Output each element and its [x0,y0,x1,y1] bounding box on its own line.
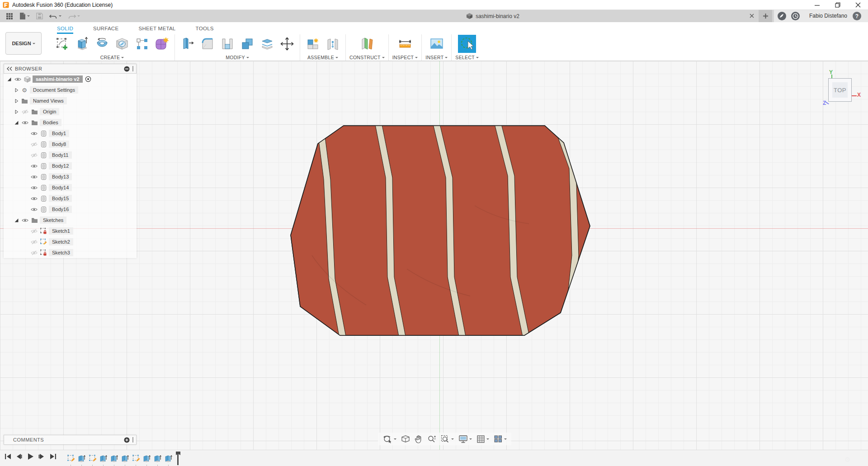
tab-solid[interactable]: SOLID [57,26,73,34]
extrude-button[interactable] [73,35,91,53]
panel-grip-handle[interactable] [132,437,133,442]
fillet-button[interactable] [198,35,217,53]
construction-plane-button[interactable] [358,35,376,53]
tab-tools[interactable]: TOOLS [196,26,214,34]
visibility-eye-off-icon[interactable] [29,151,39,159]
tree-row-body[interactable]: Body11 [4,150,137,160]
timeline-extrude-feature[interactable] [77,454,86,463]
joint-button[interactable] [324,35,342,53]
tree-row-sketches-folder[interactable]: Sketches [4,215,137,226]
tree-label[interactable]: Named Views [30,97,67,104]
select-group-label[interactable]: SELECT [455,55,479,60]
create-form-button[interactable] [153,35,171,53]
visibility-eye-off-icon[interactable] [29,141,39,148]
tree-label[interactable]: Document Settings [30,86,78,94]
expander-expanded-icon[interactable] [13,217,20,224]
restore-button[interactable] [827,0,848,10]
tree-row-origin[interactable]: Origin [4,106,137,117]
document-tab-close-button[interactable] [747,11,757,21]
tree-label[interactable]: Bodies [40,119,61,126]
tab-surface[interactable]: SURFACE [93,26,118,34]
minimize-panel-icon[interactable] [124,66,130,72]
tree-label[interactable]: Body8 [49,141,69,148]
tree-label[interactable]: Body12 [49,162,72,169]
view-cube[interactable]: Y TOP X Z [822,68,867,112]
undo-button[interactable] [47,11,64,22]
tree-label[interactable]: Body13 [49,173,72,180]
visibility-eye-off-icon[interactable] [29,249,39,256]
panel-grip-handle[interactable] [132,66,133,71]
revolve-button[interactable] [93,35,111,53]
grid-settings-button[interactable] [475,433,491,445]
rectangular-pattern-button[interactable] [133,35,151,53]
insert-canvas-button[interactable] [428,35,446,53]
tree-row-body[interactable]: Body1 [4,128,137,139]
activate-component-radio[interactable] [85,75,92,83]
expander-collapsed-icon[interactable] [13,97,20,104]
viewport-canvas[interactable]: Y TOP X Z BROWSER sashimi-binario v2 [0,61,868,466]
step-back-button[interactable] [15,452,23,461]
construct-group-label[interactable]: CONSTRUCT [349,55,385,60]
tree-label[interactable]: Body15 [49,195,72,202]
timeline-extrude-feature[interactable] [153,454,162,463]
hole-button[interactable] [113,35,131,53]
tree-row-body[interactable]: Body8 [4,139,137,150]
play-button[interactable] [26,452,34,461]
extensions-button[interactable] [778,12,786,20]
workspace-selector-button[interactable]: DESIGN [5,32,42,55]
offset-face-button[interactable] [258,35,276,53]
new-component-button[interactable] [304,35,322,53]
comments-panel[interactable]: COMMENTS [4,435,137,445]
timeline-sketch-feature[interactable] [88,454,97,463]
tree-label[interactable]: Body1 [49,130,69,137]
user-account-button[interactable]: Fabio Distefano [809,13,847,19]
timeline-extrude-feature[interactable] [110,454,118,463]
tree-label[interactable]: Body16 [49,206,72,213]
file-menu-button[interactable] [17,11,32,22]
select-button[interactable] [458,35,476,53]
expander-collapsed-icon[interactable] [13,108,20,115]
minimize-button[interactable] [807,0,827,10]
fit-button[interactable] [439,433,456,445]
pan-button[interactable] [413,433,425,445]
go-to-start-button[interactable] [4,452,12,461]
timeline-extrude-feature[interactable] [99,454,108,463]
tree-row-body[interactable]: Body12 [4,160,137,171]
expander-expanded-icon[interactable] [13,119,20,126]
step-forward-button[interactable] [38,452,46,461]
add-comment-icon[interactable] [124,437,130,443]
tree-row-sketch[interactable]: Sketch1 [4,226,137,236]
new-document-tab-button[interactable] [759,10,772,22]
move-copy-button[interactable] [278,35,296,53]
timeline-sketch-feature[interactable] [66,454,75,463]
visibility-eye-on-icon[interactable] [29,195,39,202]
tree-row-body[interactable]: Body13 [4,171,137,182]
timeline-extrude-feature[interactable] [142,454,151,463]
measure-button[interactable] [396,35,414,53]
look-at-button[interactable] [399,433,412,445]
tree-row-sketch[interactable]: Sketch2 [4,236,137,247]
tree-row-named-views[interactable]: Named Views [4,95,137,106]
shell-button[interactable] [218,35,236,53]
inspect-group-label[interactable]: INSPECT [392,55,418,60]
combine-button[interactable] [238,35,256,53]
tree-label[interactable]: Origin [40,108,59,115]
expander-expanded-icon[interactable] [5,75,13,83]
expander-collapsed-icon[interactable] [13,86,20,94]
tree-label[interactable]: Sketch3 [49,249,73,256]
go-to-end-button[interactable] [49,452,57,461]
tree-label[interactable]: Sketches [40,217,66,224]
tree-label[interactable]: Sketch2 [49,238,73,245]
viewports-button[interactable] [492,433,509,445]
timeline-position-marker[interactable] [176,452,180,465]
visibility-eye-off-icon[interactable] [29,227,39,235]
visibility-eye-off-icon[interactable] [20,108,30,115]
visibility-eye-on-icon[interactable] [20,119,30,126]
help-button[interactable]: ? [853,12,861,20]
tree-label[interactable]: Body11 [49,151,72,159]
tab-sheet-metal[interactable]: SHEET METAL [138,26,175,34]
orbit-button[interactable] [381,433,398,445]
tree-label[interactable]: sashimi-binario v2 [33,75,83,83]
view-cube-top-face[interactable]: TOP [828,78,852,102]
tree-row-body[interactable]: Body16 [4,204,137,215]
